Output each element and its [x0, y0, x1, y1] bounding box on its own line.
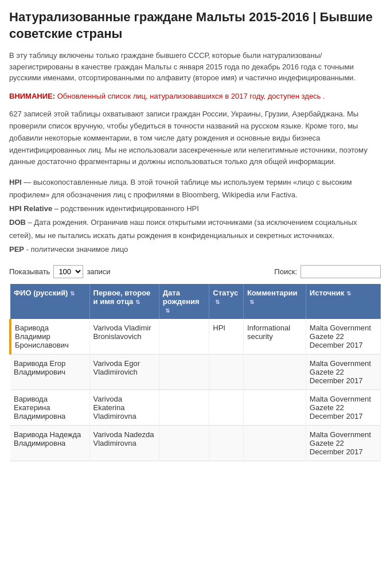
cell-status	[209, 390, 244, 425]
data-table: ФИО (русский)⇅Первое, второе и имя отца⇅…	[9, 284, 381, 461]
warning-text: Обновленный список лиц, натурализовавших…	[57, 92, 325, 100]
sort-arrows-icon[interactable]: ⇅	[70, 290, 75, 297]
table-header-cell[interactable]: ФИО (русский)⇅	[10, 284, 89, 319]
table-header-cell[interactable]: Статус⇅	[209, 284, 244, 319]
cell-comments	[243, 354, 306, 390]
cell-name-en: Varivoda Vladimir Bronislavovich	[89, 319, 159, 355]
sort-arrows-icon[interactable]: ⇅	[215, 299, 220, 305]
cell-name-en: Varivoda Egor Vladimirovich	[89, 354, 159, 390]
warning-label: ВНИМАНИЕ:	[9, 92, 55, 100]
cell-status	[209, 354, 244, 390]
cell-source: Malta Government Gazete 22 December 2017	[306, 425, 380, 461]
page-title: Натурализованные граждане Мальты 2015-20…	[9, 9, 381, 42]
cell-name-ru: Варивода Надежда Владимировна	[10, 425, 89, 461]
sort-arrows-icon[interactable]: ⇅	[165, 307, 170, 314]
table-header-cell[interactable]: Источник⇅	[306, 284, 380, 319]
description-text: В эту таблицу включены только граждане б…	[9, 50, 381, 84]
table-row: Варивода Екатерина ВладимировнаVarivoda …	[10, 390, 381, 425]
cell-dob	[159, 319, 209, 355]
cell-source: Malta Government Gazete 22 December 2017	[306, 390, 380, 425]
cell-source: Malta Government Gazete 22 December 2017	[306, 319, 380, 355]
table-header-cell[interactable]: Комментарии⇅	[243, 284, 306, 319]
table-header-cell[interactable]: Первое, второе и имя отца⇅	[89, 284, 159, 319]
cell-status	[209, 425, 244, 461]
cell-comments	[243, 425, 306, 461]
table-header-cell[interactable]: Дата рождения⇅	[159, 284, 209, 319]
cell-comments	[243, 390, 306, 425]
info-block: 627 записей этой таблицы охватывают запи…	[9, 108, 381, 168]
table-row: Варивода Егор ВладимировичVarivoda Egor …	[10, 354, 381, 390]
cell-dob	[159, 425, 209, 461]
table-row: Варивода Владимир БрониславовичVarivoda …	[10, 319, 381, 355]
cell-name-ru: Варивода Екатерина Владимировна	[10, 390, 89, 425]
table-controls: Показывать 100 25 50 All записи Поиск:	[9, 265, 381, 278]
table-header: ФИО (русский)⇅Первое, второе и имя отца⇅…	[10, 284, 381, 319]
records-label: записи	[87, 267, 110, 276]
search-control: Поиск:	[274, 265, 381, 278]
cell-name-ru: Варивода Егор Владимирович	[10, 354, 89, 390]
cell-comments: Informational security	[243, 319, 306, 355]
show-entries-control: Показывать 100 25 50 All записи	[9, 265, 111, 278]
definition-item: HPI — высокопоставленные лица. В этой то…	[9, 176, 381, 201]
sort-arrows-icon[interactable]: ⇅	[249, 299, 254, 305]
cell-dob	[159, 390, 209, 425]
definition-item: PEP - политически значимое лицо	[9, 243, 381, 256]
search-label: Поиск:	[274, 267, 297, 276]
table-body: Варивода Владимир БрониславовичVarivoda …	[10, 319, 381, 461]
sort-arrows-icon[interactable]: ⇅	[135, 299, 140, 305]
sort-arrows-icon[interactable]: ⇅	[346, 290, 351, 297]
definition-item: HPI Relative – родственник идентифициров…	[9, 203, 381, 215]
cell-name-en: Varivoda Nadezda Vladimirovna	[89, 425, 159, 461]
cell-name-ru: Варивода Владимир Брониславович	[10, 319, 89, 355]
cell-source: Malta Government Gazete 22 December 2017	[306, 354, 380, 390]
search-input[interactable]	[301, 265, 381, 278]
definitions-block: HPI — высокопоставленные лица. В этой то…	[9, 176, 381, 256]
cell-name-en: Varivoda Ekaterina Vladimirovna	[89, 390, 159, 425]
warning-block: ВНИМАНИЕ: Обновленный список лиц, натура…	[9, 91, 381, 102]
header-row: ФИО (русский)⇅Первое, второе и имя отца⇅…	[10, 284, 381, 319]
entries-select[interactable]: 100 25 50 All	[53, 265, 83, 278]
table-row: Варивода Надежда ВладимировнаVarivoda Na…	[10, 425, 381, 461]
cell-status: HPI	[209, 319, 244, 355]
cell-dob	[159, 354, 209, 390]
definition-item: DOB – Дата рождения. Ограничив наш поиск…	[9, 216, 381, 242]
show-label: Показывать	[9, 267, 50, 276]
